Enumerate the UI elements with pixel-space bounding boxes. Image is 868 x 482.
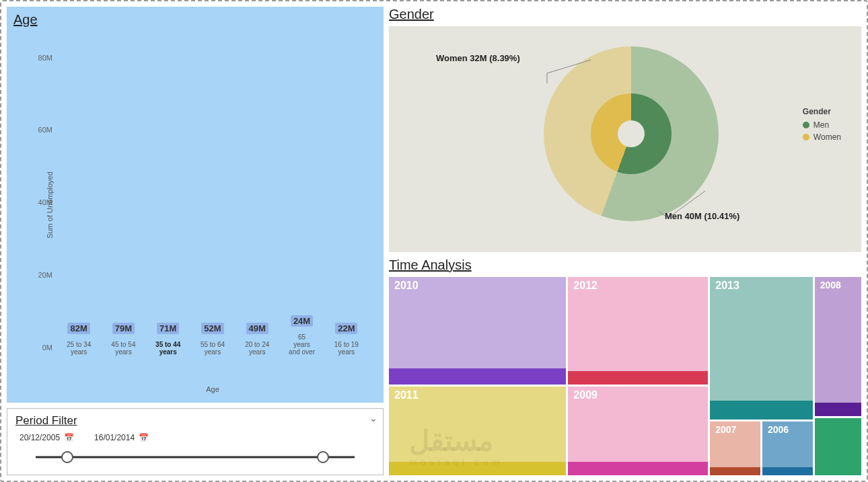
age-chart-title: Age bbox=[13, 12, 38, 28]
age-chart[interactable]: Age Sum of Unemployed 0M 20M 40M 60M 80M… bbox=[7, 7, 384, 403]
treemap-cell-blank[interactable] bbox=[815, 418, 861, 475]
slider-track bbox=[36, 456, 355, 458]
age-chart-panel: Age Sum of Unemployed 0M 20M 40M 60M 80M… bbox=[7, 7, 384, 403]
period-filter-panel: Period Filter ⌄ 20/12/2005 📅 16/01/2014 … bbox=[7, 408, 384, 475]
time-analysis-panel: Time Analysis 20102011201220092013200720… bbox=[389, 257, 861, 475]
age-bar-2[interactable]: 71M35 to 44years bbox=[149, 323, 188, 356]
age-bar-1[interactable]: 79M45 to 54years bbox=[104, 323, 143, 356]
age-x-axis-label: Age bbox=[206, 385, 219, 393]
gender-chart-title: Gender bbox=[389, 7, 861, 22]
treemap-strip bbox=[568, 462, 708, 475]
treemap-cell-2010[interactable]: 2010 bbox=[389, 277, 566, 385]
bar-value-label: 49M bbox=[246, 323, 268, 334]
x-tick: 45 to 54years bbox=[104, 341, 143, 356]
treemap-strip bbox=[762, 467, 813, 475]
y-tick: 40M bbox=[38, 198, 52, 206]
period-filter-title: Period Filter bbox=[15, 414, 375, 428]
bar-value-label: 71M bbox=[157, 323, 179, 334]
legend-item-women[interactable]: Women bbox=[803, 132, 841, 142]
gender-pie[interactable] bbox=[544, 46, 719, 221]
y-tick: 20M bbox=[38, 271, 52, 279]
period-to-value: 16/01/2014 bbox=[94, 433, 135, 442]
bar-value-label: 79M bbox=[112, 323, 135, 334]
calendar-icon[interactable]: 📅 bbox=[64, 433, 74, 442]
legend-title: Gender bbox=[803, 107, 841, 116]
age-bar-0[interactable]: 82M25 to 34years bbox=[59, 323, 98, 356]
period-from[interactable]: 20/12/2005 📅 bbox=[20, 433, 74, 442]
age-bar-4[interactable]: 49M20 to 24years bbox=[238, 323, 277, 356]
legend-label: Women bbox=[813, 132, 841, 142]
y-tick: 60M bbox=[38, 126, 52, 134]
age-y-axis: 0M 20M 40M 60M 80M bbox=[31, 47, 55, 356]
treemap-strip bbox=[710, 401, 812, 419]
chevron-down-icon[interactable]: ⌄ bbox=[369, 413, 377, 424]
x-tick: 25 to 34years bbox=[59, 341, 98, 356]
x-tick: 55 to 64years bbox=[193, 341, 232, 356]
calendar-icon[interactable]: 📅 bbox=[139, 433, 149, 442]
age-bar-6[interactable]: 22M16 to 19years bbox=[327, 323, 366, 356]
pie-label-men: Men 40M (10.41%) bbox=[665, 211, 739, 221]
gender-legend: Gender Men Women bbox=[803, 107, 841, 145]
treemap-strip bbox=[568, 371, 708, 385]
bar-value-label: 52M bbox=[201, 323, 223, 334]
gender-chart[interactable]: Women 32M (8.39%) Men 40M (10.41%) Gende… bbox=[389, 26, 861, 252]
treemap-strip bbox=[710, 467, 760, 475]
bar-value-label: 24M bbox=[291, 315, 313, 327]
period-to[interactable]: 16/01/2014 📅 bbox=[94, 433, 149, 442]
y-tick: 0M bbox=[42, 344, 52, 352]
treemap-cell-2006[interactable]: 2006 bbox=[762, 421, 813, 475]
slider-knob-start[interactable] bbox=[61, 451, 73, 463]
treemap-strip bbox=[389, 368, 566, 385]
age-bar-3[interactable]: 52M55 to 64years bbox=[193, 323, 232, 356]
pie-label-women: Women 32M (8.39%) bbox=[436, 53, 520, 63]
legend-label: Men bbox=[813, 120, 829, 130]
period-slider[interactable] bbox=[36, 450, 355, 464]
treemap-cell-2007[interactable]: 2007 bbox=[710, 421, 760, 475]
bar-value-label: 22M bbox=[335, 323, 357, 334]
x-tick: 20 to 24years bbox=[238, 341, 277, 356]
time-analysis-treemap[interactable]: 20102011201220092013200720062008 bbox=[389, 277, 861, 475]
x-tick: 16 to 19years bbox=[327, 341, 366, 356]
treemap-cell-2013[interactable]: 2013 bbox=[710, 277, 812, 419]
treemap-cell-2011[interactable]: 2011 bbox=[389, 387, 566, 475]
age-bar-5[interactable]: 24M65yearsand over bbox=[282, 315, 321, 356]
treemap-cell-2008[interactable]: 2008 bbox=[815, 277, 861, 416]
x-tick: 35 to 44years bbox=[149, 341, 188, 356]
bar-value-label: 82M bbox=[67, 323, 89, 334]
treemap-cell-2009[interactable]: 2009 bbox=[568, 387, 708, 475]
treemap-strip bbox=[815, 403, 861, 416]
gender-chart-panel: Gender Women 32M (8.39%) Men 40M (10.41%… bbox=[389, 7, 861, 252]
treemap-cell-2012[interactable]: 2012 bbox=[568, 277, 708, 385]
slider-knob-end[interactable] bbox=[317, 451, 329, 463]
y-tick: 80M bbox=[38, 54, 52, 62]
legend-item-men[interactable]: Men bbox=[803, 120, 841, 130]
treemap-strip bbox=[389, 462, 566, 475]
x-tick: 65yearsand over bbox=[282, 333, 321, 356]
period-from-value: 20/12/2005 bbox=[20, 433, 60, 442]
time-analysis-title: Time Analysis bbox=[389, 257, 861, 273]
